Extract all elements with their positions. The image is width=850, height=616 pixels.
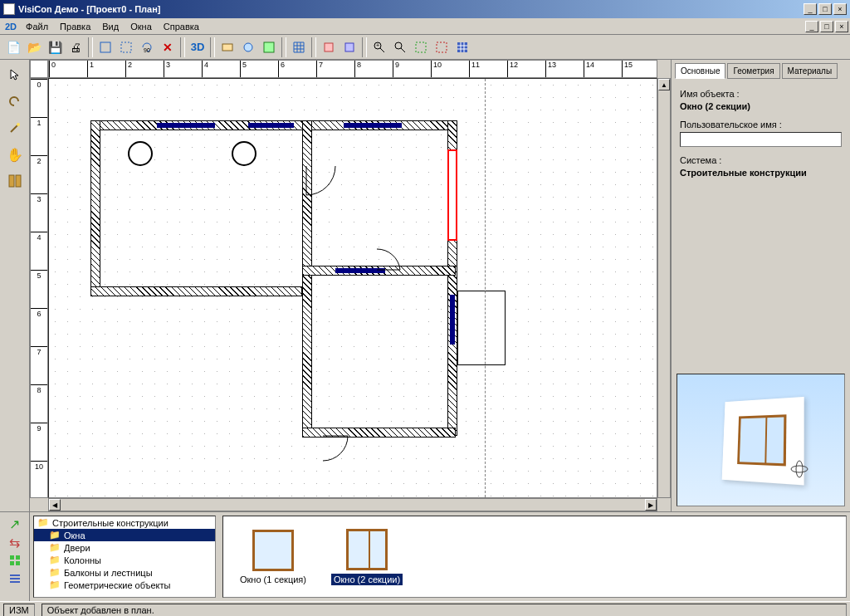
zoom-in-button[interactable]: +	[369, 37, 389, 57]
tree-item[interactable]: 📁Колонны	[34, 554, 215, 566]
door-3[interactable]	[377, 249, 418, 282]
save-button[interactable]: 💾	[45, 37, 65, 57]
separator	[311, 37, 316, 57]
system-label: Система :	[680, 155, 842, 165]
maximize-button[interactable]: □	[818, 3, 832, 15]
library-item-window-2[interactable]: Окно (2 секции)	[331, 529, 403, 585]
zoom-out-button[interactable]	[390, 37, 410, 57]
tree-item[interactable]: 📁Окна	[34, 529, 215, 541]
tool-c3[interactable]	[259, 37, 279, 57]
3d-button[interactable]: 3D	[188, 37, 208, 57]
tool-d2[interactable]	[340, 37, 359, 57]
tab-main[interactable]: Основные	[675, 63, 725, 79]
window-top-3[interactable]	[344, 123, 402, 128]
grid-toggle-button[interactable]	[452, 37, 472, 57]
canvas[interactable]	[48, 78, 657, 498]
close-button[interactable]: ×	[833, 3, 847, 15]
scroll-left-button[interactable]: ◀	[49, 499, 61, 511]
tree-root-label: Строительные конструкции	[52, 518, 169, 528]
new-button[interactable]: 📄	[3, 37, 23, 57]
ruler-vertical[interactable]: 012345678910	[30, 78, 48, 498]
mdi-maximize-button[interactable]: □	[820, 21, 833, 32]
lib-tool-2[interactable]: ⇆	[3, 534, 27, 550]
tool-c2[interactable]	[238, 37, 258, 57]
undo-tool[interactable]	[3, 90, 27, 113]
svg-rect-18	[9, 175, 14, 187]
window-top-1[interactable]	[157, 123, 215, 128]
tool-b[interactable]	[116, 37, 136, 57]
mdi-minimize-button[interactable]: _	[805, 21, 818, 32]
menu-view[interactable]: Вид	[96, 20, 125, 33]
svg-point-21	[796, 461, 803, 477]
selected-window[interactable]	[447, 149, 457, 241]
library-item-window-1[interactable]: Окно (1 секция)	[240, 530, 306, 584]
print-button[interactable]: 🖨	[66, 37, 85, 57]
object-circle-1[interactable]	[128, 141, 153, 166]
window-top-2[interactable]	[248, 123, 294, 128]
ruler-tick: 5	[240, 61, 247, 77]
door-1[interactable]	[298, 166, 340, 208]
svg-line-9	[380, 48, 384, 52]
menubar: 2D Файл Правка Вид Окна Справка _ □ ×	[0, 18, 850, 35]
delete-button[interactable]: ✕	[158, 37, 178, 57]
tool-a[interactable]	[95, 37, 115, 57]
svg-rect-0	[100, 42, 110, 52]
window-1-icon	[252, 530, 294, 571]
tree-root[interactable]: 📁Строительные конструкции	[34, 516, 215, 529]
tree-item[interactable]: 📁Геометрические объекты	[34, 579, 215, 591]
ruler-tick: 13	[545, 61, 556, 77]
menu-windows[interactable]: Окна	[125, 20, 158, 33]
lib-tool-4[interactable]	[3, 570, 27, 587]
tree-item[interactable]: 📁Балконы и лестницы	[34, 566, 215, 579]
lib-tool-1[interactable]: ↗	[3, 516, 27, 532]
menu-edit[interactable]: Правка	[54, 20, 96, 33]
tool-d1[interactable]	[319, 37, 339, 57]
minimize-button[interactable]: _	[804, 3, 817, 15]
spacer	[30, 498, 48, 511]
menu-help[interactable]: Справка	[158, 20, 205, 33]
ruler-tick: 11	[469, 61, 480, 77]
svg-rect-14	[437, 42, 447, 52]
door-tool[interactable]	[3, 169, 27, 193]
object-circle-2[interactable]	[232, 141, 256, 166]
zoom-fit-button[interactable]	[411, 37, 431, 57]
wand-tool[interactable]	[3, 116, 27, 139]
2d-mode-label[interactable]: 2D	[2, 22, 20, 32]
svg-rect-13	[416, 42, 426, 52]
ruler-tick: 3	[31, 193, 47, 203]
select-tool[interactable]	[3, 63, 27, 86]
mdi-close-button[interactable]: ×	[835, 21, 848, 32]
ruler-horizontal[interactable]: 012345678910111213141516	[48, 60, 657, 78]
user-name-input[interactable]	[680, 132, 842, 147]
tab-geometry[interactable]: Геометрия	[727, 63, 779, 79]
tool-rotate[interactable]: 90	[137, 37, 157, 57]
scroll-right-button[interactable]: ▶	[645, 499, 657, 511]
scrollbar-horizontal[interactable]: ◀ ▶	[48, 498, 657, 511]
tab-materials[interactable]: Материалы	[782, 63, 838, 79]
separator	[210, 37, 215, 57]
menu-file[interactable]: Файл	[20, 20, 54, 33]
wall-btm-left[interactable]	[90, 286, 302, 296]
library-items[interactable]: Окно (1 секция) Окно (2 секции)	[222, 516, 847, 598]
scroll-up-button[interactable]: ▲	[658, 79, 670, 90]
scrollbar-vertical[interactable]: ▲	[657, 78, 671, 498]
tree-item[interactable]: 📁Двери	[34, 541, 215, 554]
svg-rect-23	[16, 555, 20, 560]
zoom-sel-button[interactable]	[432, 37, 452, 57]
library-tree[interactable]: 📁Строительные конструкции 📁Окна📁Двери📁Ко…	[33, 516, 216, 598]
preview-3d[interactable]	[677, 374, 845, 506]
spacer	[657, 60, 671, 78]
balcony[interactable]	[457, 291, 506, 365]
wall-left[interactable]	[90, 120, 100, 295]
door-2[interactable]	[323, 432, 364, 473]
open-button[interactable]: 📂	[24, 37, 44, 57]
svg-rect-1	[121, 42, 131, 52]
lib-tool-3[interactable]	[3, 552, 27, 569]
status-message: Объект добавлен в план.	[42, 604, 847, 617]
pan-tool[interactable]: ✋	[3, 143, 27, 166]
tool-c1[interactable]	[217, 37, 237, 57]
window-right[interactable]	[450, 295, 455, 345]
grid-button[interactable]	[289, 37, 309, 57]
svg-text:90: 90	[144, 47, 150, 53]
main-area: ✋ 012345678910111213141516 012345678910	[0, 60, 850, 511]
